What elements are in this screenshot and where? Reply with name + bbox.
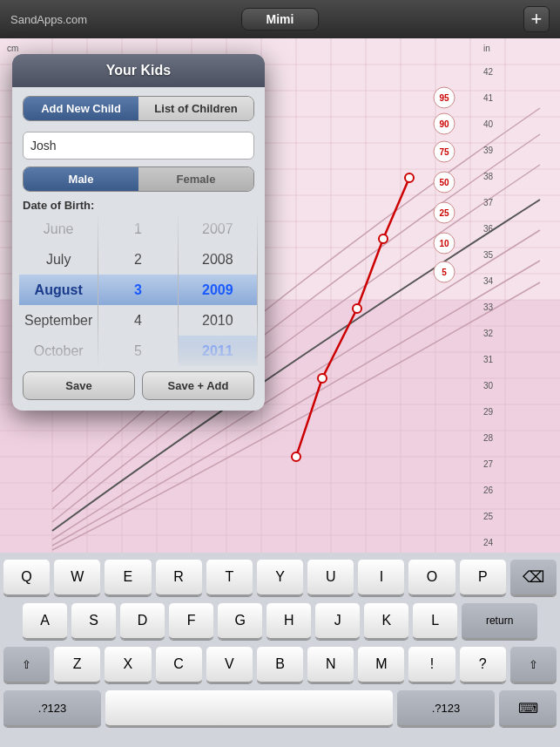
shift-right-key[interactable]: ⇧ bbox=[510, 647, 557, 683]
svg-text:39: 39 bbox=[483, 146, 494, 155]
key-m[interactable]: M bbox=[358, 647, 404, 683]
svg-text:95: 95 bbox=[439, 93, 449, 103]
day-1[interactable]: 1 bbox=[98, 214, 177, 244]
key-j[interactable]: J bbox=[315, 603, 360, 640]
day-2[interactable]: 2 bbox=[98, 244, 177, 275]
svg-text:38: 38 bbox=[483, 172, 494, 181]
key-z[interactable]: Z bbox=[54, 647, 100, 683]
add-child-modal: Your Kids Add New Child List of Children… bbox=[12, 54, 265, 411]
key-o[interactable]: O bbox=[408, 560, 455, 596]
key-u[interactable]: U bbox=[307, 560, 354, 596]
modal-title: Your Kids bbox=[12, 63, 265, 78]
key-y[interactable]: Y bbox=[257, 560, 303, 596]
svg-text:35: 35 bbox=[483, 250, 494, 260]
keyboard-dismiss-key[interactable]: ⌨ bbox=[499, 690, 557, 727]
space-key[interactable] bbox=[105, 690, 393, 727]
svg-text:10: 10 bbox=[439, 239, 449, 248]
modal-tabs: Add New Child List of Children bbox=[23, 96, 254, 121]
numbers-key-right[interactable]: .?123 bbox=[397, 690, 495, 727]
month-picker[interactable]: June July August September October bbox=[19, 214, 98, 366]
key-r[interactable]: R bbox=[156, 560, 202, 596]
key-v[interactable]: V bbox=[206, 647, 253, 683]
svg-text:cm: cm bbox=[7, 44, 18, 53]
keyboard: Q W E R T Y U I O P ⌫ A S D F G H J K L … bbox=[0, 553, 560, 747]
month-september[interactable]: September bbox=[19, 305, 98, 336]
day-5[interactable]: 5 bbox=[98, 336, 177, 366]
month-october[interactable]: October bbox=[19, 336, 98, 366]
key-k[interactable]: K bbox=[364, 603, 408, 640]
svg-text:34: 34 bbox=[483, 276, 494, 286]
svg-text:50: 50 bbox=[439, 178, 449, 187]
key-n[interactable]: N bbox=[307, 647, 354, 683]
year-2011[interactable]: 2011 bbox=[179, 336, 257, 366]
key-l[interactable]: L bbox=[413, 603, 457, 640]
brand-label: SandApps.com bbox=[10, 13, 87, 26]
save-add-button[interactable]: Save + Add bbox=[142, 371, 254, 400]
svg-text:32: 32 bbox=[483, 329, 494, 338]
date-picker[interactable]: June July August September October 1 2 3… bbox=[19, 214, 258, 366]
key-f[interactable]: F bbox=[169, 603, 213, 640]
gender-female-button[interactable]: Female bbox=[138, 167, 253, 191]
day-4[interactable]: 4 bbox=[98, 305, 177, 336]
svg-text:29: 29 bbox=[483, 407, 494, 417]
title-area: Mimi bbox=[241, 8, 320, 31]
child-name-input[interactable] bbox=[23, 132, 254, 160]
key-w[interactable]: W bbox=[54, 560, 100, 596]
svg-text:28: 28 bbox=[483, 433, 494, 443]
day-3[interactable]: 3 bbox=[98, 275, 177, 305]
year-2008[interactable]: 2008 bbox=[179, 244, 257, 275]
add-button[interactable]: + bbox=[523, 6, 550, 32]
svg-text:25: 25 bbox=[439, 208, 449, 218]
modal-actions: Save Save + Add bbox=[23, 371, 254, 400]
key-i[interactable]: I bbox=[358, 560, 404, 596]
key-t[interactable]: T bbox=[206, 560, 253, 596]
year-2007[interactable]: 2007 bbox=[179, 214, 257, 244]
dob-label: Date of Birth: bbox=[23, 199, 254, 212]
month-august[interactable]: August bbox=[19, 275, 98, 305]
svg-text:33: 33 bbox=[483, 302, 494, 312]
key-x[interactable]: X bbox=[105, 647, 151, 683]
key-excl[interactable]: ! bbox=[408, 647, 455, 683]
key-b[interactable]: B bbox=[257, 647, 303, 683]
key-d[interactable]: D bbox=[120, 603, 165, 640]
key-p[interactable]: P bbox=[460, 560, 506, 596]
numbers-key-left[interactable]: .?123 bbox=[3, 690, 101, 727]
save-button[interactable]: Save bbox=[23, 371, 135, 400]
svg-text:37: 37 bbox=[483, 198, 494, 207]
keyboard-row-1: Q W E R T Y U I O P ⌫ bbox=[3, 560, 557, 596]
svg-text:75: 75 bbox=[439, 147, 449, 157]
key-h[interactable]: H bbox=[267, 603, 311, 640]
year-2009[interactable]: 2009 bbox=[179, 275, 257, 305]
svg-text:90: 90 bbox=[439, 119, 449, 129]
backspace-key[interactable]: ⌫ bbox=[510, 560, 557, 596]
year-picker[interactable]: 2007 2008 2009 2010 2011 bbox=[179, 214, 258, 366]
key-q[interactable]: Q bbox=[3, 560, 50, 596]
svg-text:36: 36 bbox=[483, 224, 494, 234]
tab-add-child[interactable]: Add New Child bbox=[24, 97, 138, 120]
gender-toggle: Male Female bbox=[23, 166, 254, 192]
month-july[interactable]: July bbox=[19, 244, 98, 275]
gender-male-button[interactable]: Male bbox=[24, 167, 138, 191]
svg-text:42: 42 bbox=[483, 67, 494, 77]
tab-list-children[interactable]: List of Children bbox=[138, 97, 253, 120]
month-june[interactable]: June bbox=[19, 214, 98, 244]
key-a[interactable]: A bbox=[23, 603, 67, 640]
svg-text:24: 24 bbox=[483, 538, 494, 547]
keyboard-row-3: ⇧ Z X C V B N M ! ? ⇧ bbox=[3, 647, 557, 683]
shift-key[interactable]: ⇧ bbox=[3, 647, 50, 683]
key-s[interactable]: S bbox=[71, 603, 116, 640]
svg-point-72 bbox=[292, 452, 300, 461]
key-question[interactable]: ? bbox=[460, 647, 506, 683]
svg-point-74 bbox=[353, 304, 361, 313]
key-g[interactable]: G bbox=[218, 603, 262, 640]
top-bar: SandApps.com Mimi + bbox=[0, 0, 560, 38]
key-c[interactable]: C bbox=[156, 647, 202, 683]
key-e[interactable]: E bbox=[105, 560, 151, 596]
year-2010[interactable]: 2010 bbox=[179, 305, 257, 336]
keyboard-row-2: A S D F G H J K L return bbox=[3, 603, 557, 640]
return-key[interactable]: return bbox=[462, 603, 537, 640]
svg-point-73 bbox=[318, 374, 327, 383]
day-picker[interactable]: 1 2 3 4 5 bbox=[98, 214, 178, 366]
svg-text:40: 40 bbox=[483, 119, 494, 129]
svg-text:30: 30 bbox=[483, 381, 494, 390]
